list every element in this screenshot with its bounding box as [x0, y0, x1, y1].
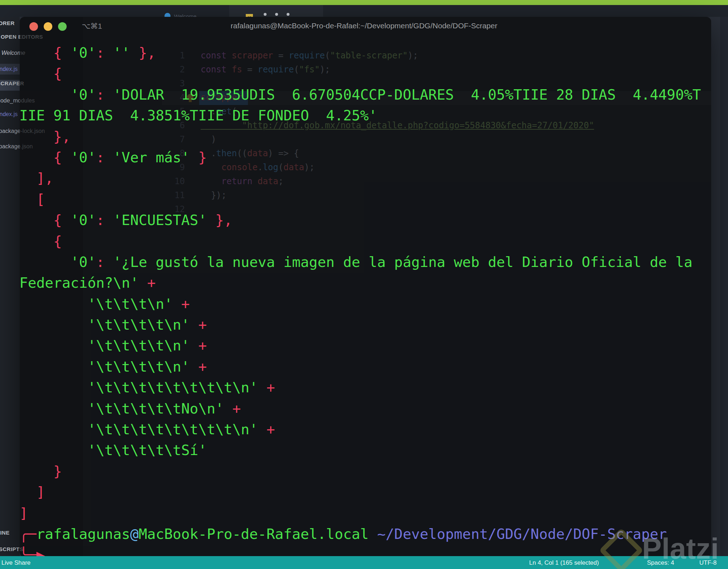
terminal-line: '\t\t\t\t\tSí' [20, 440, 701, 460]
tab-dot-icon [287, 13, 289, 16]
status-item-utf-8[interactable]: UTF-8 [699, 559, 717, 566]
terminal-line: '0': '¿Le gustó la nueva imagen de la pá… [20, 252, 701, 272]
explorer-sidebar[interactable]: EXPLOREROPEN EDITORSWelcomeindex.jsSCRAP… [0, 17, 20, 556]
terminal-line: { '0': '' }, [20, 42, 701, 63]
tab-dot-icon [264, 13, 267, 16]
terminal-line: ╭─rafalagunas@MacBook-Pro-de-Rafael.loca… [20, 523, 701, 544]
terminal-line: ] [20, 503, 701, 523]
terminal-title: rafalagunas@MacBook-Pro-de-Rafael:~/Deve… [20, 21, 711, 30]
terminal-line: '\t\t\t\t\tNo\n' + [20, 398, 701, 419]
sidebar-item-explorer[interactable]: EXPLORER [0, 20, 15, 26]
terminal-line: { '0': 'Ver más' } [20, 147, 701, 168]
terminal-line: IIE 91 DIAS 4.3851%TIIE DE FONDEO 4.25%' [20, 105, 701, 126]
tab-dot-icon [275, 13, 278, 16]
status-item-spaces-4[interactable]: Spaces: 4 [647, 559, 674, 566]
terminal-line: '\t\t\t\t\n' + [20, 335, 701, 356]
terminal-line: '\t\t\t\t\n' + [20, 314, 701, 335]
terminal-line: '\t\t\t\t\n' + [20, 356, 701, 377]
terminal-line: Federación?\n' + [20, 272, 701, 293]
editor-tab-strip: Welcome JS [0, 5, 728, 17]
terminal-line: { [20, 63, 701, 84]
terminal-line: '\t\t\t\n' + [20, 293, 701, 314]
sidebar-item-outline[interactable]: OUTLINE [0, 530, 10, 536]
terminal-line: ] [20, 482, 701, 502]
terminal-line: [ [20, 189, 701, 210]
terminal-line: ], [20, 168, 701, 188]
sidebar-item-index-js[interactable]: index.js [0, 111, 18, 118]
live-share-button[interactable]: Live Share [1, 559, 30, 566]
terminal-window[interactable]: EXPLOREROPEN EDITORSWelcomeindex.jsSCRAP… [20, 17, 711, 559]
top-accent-bar [0, 0, 728, 5]
terminal-line: '0': 'DOLAR 19.9535UDIS 6.670504CCP-DOLA… [20, 84, 701, 105]
terminal-line: '\t\t\t\t\t\t\t\t\n' + [20, 419, 701, 440]
terminal-line: }, [20, 126, 701, 147]
sidebar-item-open-editors: OPEN EDITORS [20, 34, 43, 40]
terminal-line: } [20, 461, 701, 482]
terminal-line: '\t\t\t\t\t\t\t\t\n' + [20, 377, 701, 398]
sidebar-item-index-js[interactable]: index.js [0, 66, 18, 72]
terminal-line: { '0': 'ENCUESTAS' }, [20, 210, 701, 230]
vscode-status-bar: Live Share Ln 4, Col 1 (165 selected)Spa… [0, 556, 728, 569]
terminal-output[interactable]: { '0': '' }, { '0': 'DOLAR 19.9535UDIS 6… [20, 42, 701, 559]
editor-scrollbar-gutter[interactable] [720, 17, 728, 556]
status-item-ln-4-col-1-165-selected-[interactable]: Ln 4, Col 1 (165 selected) [529, 559, 599, 566]
terminal-line: { [20, 231, 701, 252]
